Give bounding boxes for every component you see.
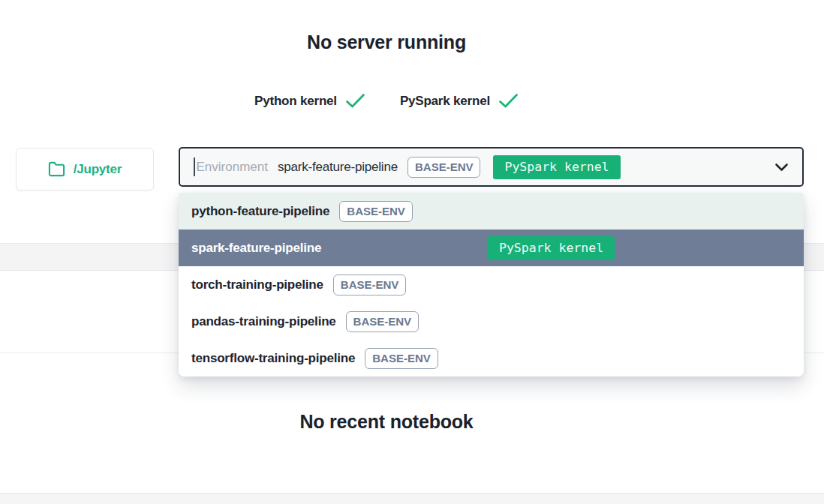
option-label: pandas-training-pipeline	[191, 314, 336, 329]
chevron-down-icon[interactable]	[774, 163, 789, 172]
base-env-badge: BASE-ENV	[333, 274, 407, 296]
kernel-status-row: Python kernel PySpark kernel	[0, 93, 773, 109]
no-recent-notebook-title: No recent notebook	[0, 411, 773, 433]
base-env-badge: BASE-ENV	[365, 348, 438, 369]
base-env-badge: BASE-ENV	[407, 157, 481, 178]
pyspark-kernel-badge: PySpark kernel	[493, 155, 620, 179]
dropdown-option-spark-feature-pipeline[interactable]: spark-feature-pipeline PySpark kernel	[179, 230, 804, 266]
base-env-badge: BASE-ENV	[339, 201, 413, 222]
option-label: tensorflow-training-pipeline	[191, 351, 355, 366]
pyspark-kernel-label: PySpark kernel	[400, 94, 490, 109]
jupyter-path-button[interactable]: /Jupyter	[16, 148, 154, 190]
check-icon	[498, 93, 519, 109]
option-label: spark-feature-pipeline	[191, 241, 321, 256]
text-caret	[194, 158, 195, 176]
dropdown-option-torch-training-pipeline[interactable]: torch-training-pipeline BASE-ENV	[179, 266, 804, 303]
no-server-running-title: No server running	[0, 32, 773, 53]
environment-selected-value: spark-feature-pipeline	[278, 160, 398, 175]
environment-combobox[interactable]: Environment spark-feature-pipeline BASE-…	[179, 147, 804, 187]
python-kernel-label: Python kernel	[254, 94, 337, 109]
dropdown-option-tensorflow-training-pipeline[interactable]: tensorflow-training-pipeline BASE-ENV	[179, 340, 804, 376]
base-env-badge: BASE-ENV	[346, 311, 420, 332]
check-icon	[345, 93, 365, 109]
background-footer-band	[0, 493, 824, 504]
dropdown-option-python-feature-pipeline[interactable]: python-feature-pipeline BASE-ENV	[179, 193, 804, 230]
folder-icon	[48, 160, 65, 178]
pyspark-kernel-badge: PySpark kernel	[488, 236, 615, 260]
option-label: python-feature-pipeline	[191, 204, 329, 219]
jupyter-path-label: /Jupyter	[74, 162, 122, 177]
dropdown-option-pandas-training-pipeline[interactable]: pandas-training-pipeline BASE-ENV	[179, 303, 804, 340]
python-kernel-status: Python kernel	[254, 93, 365, 109]
jupyter-launcher-page: No server running Python kernel PySpark …	[0, 0, 824, 504]
option-label: torch-training-pipeline	[191, 278, 323, 292]
pyspark-kernel-status: PySpark kernel	[400, 93, 519, 109]
environment-dropdown-menu: python-feature-pipeline BASE-ENV spark-f…	[179, 193, 804, 376]
environment-placeholder: Environment	[197, 160, 268, 175]
